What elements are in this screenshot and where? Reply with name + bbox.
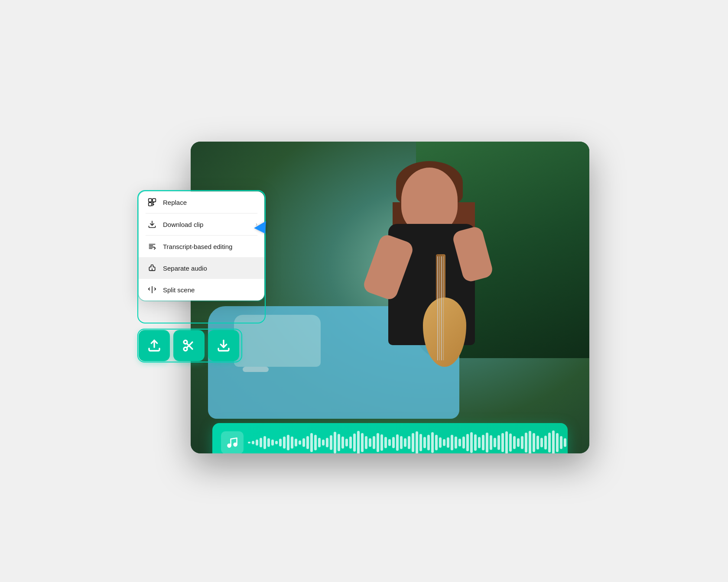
scissors-icon: [182, 339, 196, 352]
person: [362, 168, 501, 419]
upload-button[interactable]: [139, 330, 170, 361]
toolbar: [139, 330, 239, 361]
wave-bar: [283, 436, 286, 449]
wave-bar: [267, 438, 270, 447]
wave-bar: [322, 440, 325, 446]
wave-bar: [536, 436, 539, 449]
wave-bar: [326, 438, 328, 447]
wave-bar: [318, 438, 321, 447]
wave-bar: [330, 435, 332, 450]
wave-bar: [548, 433, 551, 453]
wave-bar: [334, 432, 336, 453]
wave-bar: [490, 435, 492, 450]
wave-bar: [486, 433, 488, 453]
replace-label: Replace: [163, 199, 187, 206]
menu-item-replace[interactable]: Replace: [139, 191, 264, 213]
menu-item-separate-audio[interactable]: Separate audio: [139, 257, 264, 279]
wave-bar: [517, 438, 520, 447]
wave-bar: [443, 439, 445, 446]
wave-bar: [544, 436, 547, 449]
arm-left: [361, 233, 415, 302]
wave-bar: [525, 433, 527, 453]
wave-bar: [435, 435, 438, 450]
wave-bar: [263, 436, 266, 449]
cut-button[interactable]: [173, 330, 205, 361]
audio-bar: [212, 423, 568, 453]
wave-bar: [295, 439, 297, 446]
svg-rect-6: [149, 203, 152, 206]
wave-bar: [384, 437, 387, 448]
ukulele: [414, 254, 475, 367]
split-scene-icon: [147, 285, 157, 294]
wave-bar: [306, 436, 309, 449]
download-button[interactable]: [208, 330, 239, 361]
wave-bar: [455, 436, 457, 449]
wave-bar: [287, 435, 289, 450]
wave-bar: [353, 433, 356, 452]
wave-bar: [451, 435, 453, 450]
wave-bar: [377, 433, 379, 452]
wave-bar: [513, 436, 516, 449]
replace-icon: [147, 197, 157, 207]
person-head: [401, 168, 458, 233]
wave-bar: [556, 433, 559, 452]
wave-bar: [416, 431, 418, 453]
wave-bar: [299, 440, 301, 445]
wave-bar: [400, 436, 403, 449]
wave-bar: [404, 438, 406, 447]
wave-bar: [423, 437, 426, 448]
wave-bar: [478, 437, 481, 448]
scene-wrapper: Replace Download clip › Trans: [126, 96, 602, 486]
menu-item-transcript[interactable]: Transcript-based editing: [139, 236, 264, 257]
wave-bar: [388, 439, 391, 446]
wave-bar: [521, 436, 523, 449]
wave-bar: [509, 433, 512, 452]
wave-bar: [427, 435, 430, 450]
wave-bar: [458, 439, 461, 446]
wave-bar: [533, 433, 535, 452]
wave-bar: [365, 436, 367, 449]
wave-bar: [291, 436, 293, 449]
wave-bar: [392, 437, 395, 448]
audio-icon-wrap: [221, 431, 244, 453]
ukulele-body: [423, 297, 466, 367]
wave-bar: [501, 433, 504, 452]
car-window: [234, 315, 321, 367]
wave-bar: [564, 438, 566, 447]
wave-bar: [466, 434, 469, 451]
separate-audio-label: Separate audio: [163, 265, 207, 272]
svg-rect-3: [234, 443, 237, 446]
svg-rect-5: [153, 199, 156, 202]
waveform: [248, 430, 566, 453]
wave-bar: [419, 434, 422, 451]
wave-bar: [396, 434, 399, 451]
wave-bar: [540, 438, 543, 447]
menu-item-download-clip[interactable]: Download clip ›: [139, 213, 264, 235]
string-4: [443, 256, 444, 360]
upload-icon: [147, 339, 161, 352]
download-clip-icon: [147, 220, 157, 229]
wave-bar: [310, 433, 313, 452]
wave-bar: [412, 433, 414, 452]
wave-bar: [497, 435, 500, 450]
wave-bar: [302, 438, 305, 447]
string-3: [441, 256, 442, 360]
wave-bar: [361, 433, 364, 452]
split-scene-label: Split scene: [163, 286, 195, 294]
wave-bar: [439, 437, 442, 448]
svg-rect-2: [228, 445, 231, 448]
menu-item-split-scene[interactable]: Split scene: [139, 279, 264, 301]
transcript-icon: [147, 242, 157, 251]
ukulele-strings: [437, 256, 444, 360]
wave-bar: [462, 436, 465, 449]
wave-bar: [248, 442, 250, 443]
music-icon: [226, 436, 238, 449]
download-icon: [217, 339, 231, 352]
wave-bar: [345, 439, 348, 446]
wave-bar: [271, 440, 274, 446]
string-2: [439, 256, 440, 360]
wave-bar: [373, 436, 375, 449]
wave-bar: [349, 436, 352, 449]
wave-bar: [314, 435, 317, 450]
wave-bar: [494, 438, 496, 447]
